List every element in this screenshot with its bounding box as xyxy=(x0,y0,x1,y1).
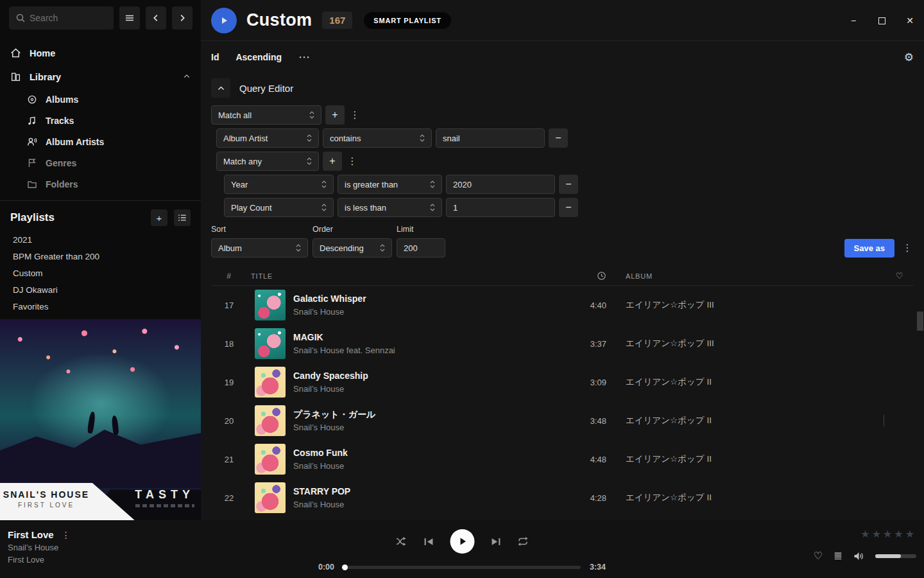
add-playlist-button[interactable]: + xyxy=(151,209,167,226)
playlist-item[interactable]: Favorites xyxy=(10,298,191,315)
table-row[interactable]: 18 MAGIKSnail’s House feat. Sennzai 3:37… xyxy=(211,324,914,363)
playlist-list-button[interactable] xyxy=(174,209,191,226)
repeat-button[interactable] xyxy=(518,536,529,547)
group-menu-button[interactable]: ⋮ xyxy=(348,105,361,125)
settings-button[interactable]: ⚙ xyxy=(904,51,914,64)
track-album[interactable]: エイリアン☆ポップ II xyxy=(626,492,886,504)
star-icon[interactable]: ★ xyxy=(894,529,903,539)
add-rule-button[interactable]: + xyxy=(323,152,342,171)
track-album[interactable]: エイリアン☆ポップ III xyxy=(626,299,886,311)
library-collapse-toggle[interactable] xyxy=(183,72,191,82)
play-playlist-button[interactable] xyxy=(211,8,237,33)
track-art-thumbnail xyxy=(255,328,286,359)
playlist-item[interactable]: DJ Okawari xyxy=(10,281,191,298)
rule-value-input[interactable] xyxy=(446,175,555,194)
previous-track-button[interactable] xyxy=(424,537,434,547)
track-album[interactable]: エイリアン☆ポップ III xyxy=(626,338,886,349)
menu-button[interactable] xyxy=(119,6,140,30)
table-row[interactable]: 17 Galactic WhisperSnail’s House 4:40 エイ… xyxy=(211,286,914,324)
volume-button[interactable] xyxy=(853,551,864,561)
page-title: Custom xyxy=(246,10,312,30)
now-playing-menu-button[interactable]: ⋮ xyxy=(62,530,71,540)
rule-value-input[interactable] xyxy=(436,128,545,148)
sort-field-button[interactable]: Id xyxy=(211,52,219,62)
rule-field-select[interactable]: Play Count xyxy=(224,198,334,217)
play-icon xyxy=(458,536,468,547)
minimize-button[interactable]: − xyxy=(844,12,862,30)
nav-forward-button[interactable] xyxy=(172,6,193,30)
table-row[interactable]: 19 Candy SpaceshipSnail’s House 3:09 エイリ… xyxy=(211,363,914,401)
sidebar-item-folders[interactable]: Folders xyxy=(27,173,201,195)
save-menu-button[interactable]: ⋮ xyxy=(901,238,914,258)
favorite-button[interactable]: ♡ xyxy=(814,550,823,562)
sort-label: Sort xyxy=(211,225,308,234)
sidebar-item-genres[interactable]: Genres xyxy=(27,152,201,173)
rule-operator-select[interactable]: contains xyxy=(323,128,432,148)
select-caret-icon xyxy=(309,110,314,119)
maximize-button[interactable] xyxy=(873,12,891,30)
shuffle-button[interactable] xyxy=(396,536,407,547)
sidebar-item-album-artists[interactable]: Album Artists xyxy=(27,131,201,152)
seek-bar[interactable] xyxy=(343,566,581,569)
group-match-mode-select[interactable]: Match any xyxy=(216,152,319,171)
star-icon[interactable]: ★ xyxy=(905,529,914,539)
column-duration[interactable] xyxy=(567,271,606,281)
volume-slider[interactable] xyxy=(875,554,916,558)
star-icon[interactable]: ★ xyxy=(860,529,869,539)
column-title[interactable]: TITLE xyxy=(247,272,567,280)
group-menu-button[interactable]: ⋮ xyxy=(346,152,359,171)
seek-handle[interactable] xyxy=(342,565,348,570)
sidebar-item-albums[interactable]: Albums xyxy=(27,89,201,110)
column-number[interactable]: # xyxy=(211,272,247,281)
nav-back-button[interactable] xyxy=(146,6,166,30)
close-button[interactable]: ✕ xyxy=(901,12,919,30)
queue-button[interactable] xyxy=(834,552,843,561)
sidebar-item-label: Albums xyxy=(46,94,78,105)
table-row[interactable]: 22 STARRY POPSnail’s House 4:28 エイリアン☆ポッ… xyxy=(211,478,914,517)
order-select[interactable]: Descending xyxy=(312,238,392,258)
more-options-button[interactable]: ⋯ xyxy=(298,50,311,64)
sort-order-button[interactable]: Ascending xyxy=(235,52,282,62)
select-value: Descending xyxy=(320,243,380,253)
play-pause-button[interactable] xyxy=(450,529,475,554)
next-track-button[interactable] xyxy=(492,537,501,547)
repeat-icon xyxy=(518,536,529,547)
rule-value-input[interactable] xyxy=(446,198,555,217)
column-album[interactable]: ALBUM xyxy=(626,272,886,280)
playlist-item[interactable]: Custom xyxy=(10,265,191,281)
scrollbar-thumb[interactable] xyxy=(917,311,923,331)
remove-rule-button[interactable]: − xyxy=(549,128,568,148)
rule-operator-select[interactable]: is greater than xyxy=(338,175,442,194)
match-mode-select[interactable]: Match all xyxy=(211,105,321,125)
track-album-focused[interactable]: エイリアン☆ポップ II xyxy=(626,415,886,426)
sidebar-item-tracks[interactable]: Tracks xyxy=(27,110,201,131)
save-as-button[interactable]: Save as xyxy=(844,239,894,258)
star-icon[interactable]: ★ xyxy=(872,529,881,539)
remove-rule-button[interactable]: − xyxy=(559,175,578,194)
collapse-query-editor-button[interactable] xyxy=(211,78,230,98)
column-favorite[interactable]: ♡ xyxy=(886,271,914,281)
rule-operator-select[interactable]: is less than xyxy=(338,198,442,217)
sort-select[interactable]: Album xyxy=(211,238,308,258)
remove-rule-button[interactable]: − xyxy=(559,198,578,217)
close-icon: ✕ xyxy=(906,15,914,26)
track-album[interactable]: エイリアン☆ポップ II xyxy=(626,453,886,465)
track-duration: 4:48 xyxy=(567,455,606,464)
sidebar-item-label: Tracks xyxy=(46,116,74,126)
track-album[interactable]: エイリアン☆ポップ II xyxy=(626,376,886,388)
track-number: 19 xyxy=(211,378,247,387)
table-row[interactable]: 20 プラネット・ガールSnail’s House 3:48 エイリアン☆ポップ… xyxy=(211,401,914,440)
track-title: MAGIK xyxy=(293,331,567,344)
track-number: 18 xyxy=(211,339,247,349)
playlist-item[interactable]: BPM Greater than 200 xyxy=(10,248,191,265)
table-row[interactable]: 21 Cosmo FunkSnail’s House 4:48 エイリアン☆ポッ… xyxy=(211,440,914,478)
star-icon[interactable]: ★ xyxy=(883,529,892,539)
add-rule-button[interactable]: + xyxy=(325,105,345,125)
track-art-thumbnail xyxy=(255,482,286,513)
sidebar-item-home[interactable]: Home xyxy=(0,41,201,65)
limit-input[interactable] xyxy=(397,238,445,258)
sidebar-item-library[interactable]: Library xyxy=(0,65,201,89)
playlist-item[interactable]: 2021 xyxy=(10,231,191,248)
rule-field-select[interactable]: Year xyxy=(224,175,334,194)
rule-field-select[interactable]: Album Artist xyxy=(216,128,319,148)
